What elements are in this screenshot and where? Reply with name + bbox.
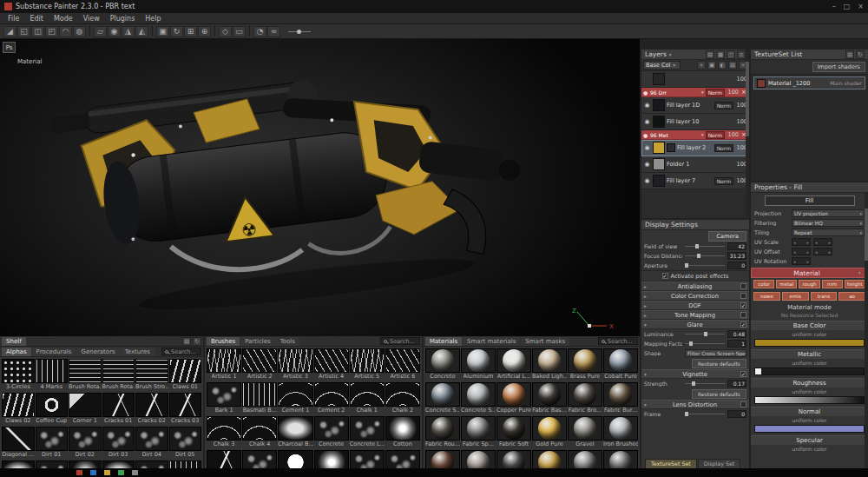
- material-item[interactable]: Brass Pure: [568, 348, 602, 381]
- slider-knob[interactable]: [695, 244, 699, 248]
- taskbar-app-icon[interactable]: [90, 470, 96, 475]
- alpha-item[interactable]: Cracks 03: [169, 393, 202, 426]
- shape-dropdown[interactable]: Filter Cross Screen Spectral▾: [685, 349, 746, 357]
- stepper-left-icon[interactable]: ◂: [815, 240, 818, 245]
- brush-item[interactable]: Default Ha...: [278, 450, 312, 468]
- material-item[interactable]: Concrete: [425, 348, 460, 381]
- post-effects-checkbox[interactable]: [662, 273, 668, 279]
- material-item[interactable]: Fabric Bro...: [568, 382, 602, 415]
- brush-item[interactable]: Artistic 4: [314, 348, 349, 381]
- slider-knob[interactable]: [685, 263, 688, 268]
- material-item[interactable]: Fabric Soft: [496, 416, 531, 449]
- alpha-item[interactable]: [135, 460, 168, 468]
- layer-mask-row[interactable]: ●96 Drr▾Norm100×: [641, 88, 749, 97]
- camera-pan-icon[interactable]: ⊞: [184, 26, 197, 37]
- uv-rotation-field[interactable]: ◂▸: [792, 257, 811, 265]
- fill-button[interactable]: Fill: [765, 195, 855, 206]
- material-item[interactable]: [532, 450, 567, 468]
- alpha-item[interactable]: Claws 02: [2, 393, 35, 426]
- restore-defaults-button[interactable]: Restore defaults: [692, 359, 746, 368]
- alpha-item[interactable]: Dirt 02: [69, 427, 102, 460]
- alpha-item[interactable]: [69, 460, 102, 468]
- brush-item[interactable]: Concrete: [314, 416, 349, 449]
- channel-button-metal[interactable]: metal: [776, 280, 797, 288]
- material-item[interactable]: Concrete S...: [461, 382, 496, 415]
- property-section-specular[interactable]: Specular: [751, 435, 868, 445]
- taskbar-app-icon[interactable]: [76, 470, 82, 475]
- dock-tab-display-set[interactable]: Display Set: [698, 459, 741, 468]
- view-solo-icon[interactable]: ▣: [156, 26, 169, 37]
- taskbar-app-icon[interactable]: [104, 470, 110, 475]
- channel-button-nowe[interactable]: nowe: [753, 292, 780, 301]
- setting-value[interactable]: 0: [727, 410, 746, 418]
- properties-scrollbar[interactable]: [865, 193, 868, 468]
- stepper-left-icon[interactable]: ◂: [793, 249, 796, 255]
- brush-item[interactable]: Artistic 3: [278, 348, 312, 381]
- channel-button-nrm[interactable]: nrm: [822, 280, 843, 288]
- slider[interactable]: [685, 343, 725, 344]
- material-item[interactable]: [496, 450, 531, 468]
- stepper-right-icon[interactable]: ▸: [828, 249, 831, 255]
- property-section-base-color[interactable]: Base Color: [751, 321, 868, 330]
- shelf-tab-textures[interactable]: Textures: [121, 348, 155, 356]
- shelf-tab-procedurals[interactable]: Procedurals: [32, 348, 76, 356]
- polygon-fill-tool[interactable]: ◰: [45, 26, 58, 37]
- shelf-tab-alphas[interactable]: Alphas: [2, 348, 31, 356]
- stepper-right-icon[interactable]: ▸: [806, 240, 809, 245]
- brush-item[interactable]: Crystal: [242, 450, 277, 468]
- materials-search-input[interactable]: Search...: [598, 337, 638, 345]
- toolbar-size-slider[interactable]: [288, 31, 311, 32]
- layer-row[interactable]: ◉Fill layer 1DNorm100: [641, 97, 749, 114]
- smudge-tool[interactable]: ◠: [59, 26, 72, 37]
- stepper-left-icon[interactable]: ◂: [815, 249, 818, 255]
- alpha-item[interactable]: Claws 01: [169, 359, 202, 392]
- material-item[interactable]: Artificial L...: [496, 348, 531, 381]
- brush-item[interactable]: Cement 1: [278, 382, 312, 415]
- visibility-eye-icon[interactable]: ◉: [643, 118, 651, 125]
- layer-action-icon[interactable]: ▣: [707, 61, 716, 70]
- brush-item[interactable]: Concrete L...: [350, 416, 385, 449]
- slider-knob[interactable]: [697, 254, 700, 258]
- chevron-down-icon[interactable]: ▾: [669, 52, 674, 57]
- section-checkbox[interactable]: [740, 321, 746, 328]
- blend-mode-chip[interactable]: Norm: [714, 144, 733, 152]
- brush-item[interactable]: Basmati B...: [242, 382, 277, 415]
- setting-value[interactable]: 31.23: [727, 252, 746, 260]
- brush-item[interactable]: Dirt 2: [385, 450, 420, 468]
- section-tone-mapping[interactable]: ▸Tone Mapping: [641, 310, 749, 320]
- axis-gizmo[interactable]: Z X: [570, 305, 617, 331]
- material-item[interactable]: Concrete S...: [425, 382, 460, 415]
- stepper-right-icon[interactable]: ▸: [828, 240, 831, 245]
- setting-value[interactable]: 42: [727, 242, 746, 250]
- camera-tab[interactable]: Camera: [708, 231, 746, 242]
- normal-swatch[interactable]: [754, 425, 865, 433]
- refresh-icon[interactable]: ↻: [193, 337, 201, 346]
- close-button[interactable]: ×: [858, 3, 864, 10]
- setting-value[interactable]: 0.17: [727, 380, 746, 388]
- material-item[interactable]: Fabric Sp...: [461, 416, 496, 449]
- section-checkbox[interactable]: [740, 293, 746, 299]
- shelf-tab-generators[interactable]: Generators: [76, 348, 119, 356]
- import-shaders-button[interactable]: Import shaders: [812, 62, 865, 72]
- alpha-item[interactable]: Diagonal ...: [2, 427, 35, 460]
- alpha-item[interactable]: Brush Stro...: [135, 359, 168, 392]
- menu-item-mode[interactable]: Mode: [49, 14, 77, 23]
- shelf-search-input[interactable]: Search...: [161, 348, 201, 355]
- setting-value[interactable]: 0: [727, 262, 746, 269]
- visibility-eye-icon[interactable]: ◉: [643, 144, 651, 151]
- layers-header-icon[interactable]: ▤: [706, 50, 714, 59]
- material-picker-tool[interactable]: ◉: [108, 26, 121, 37]
- uv-offset-field[interactable]: ◂▸: [813, 248, 832, 255]
- layer-row[interactable]: ◉Fill layer 10100: [641, 114, 749, 130]
- slider[interactable]: [685, 383, 725, 384]
- roughness-swatch[interactable]: [754, 396, 865, 404]
- material-item[interactable]: Copper Pure: [496, 382, 531, 415]
- slider[interactable]: [685, 414, 725, 414]
- layers-header-icon[interactable]: ≡: [737, 50, 746, 59]
- channel-button-emis[interactable]: emis: [782, 292, 809, 301]
- blend-mode-chip[interactable]: Norm: [706, 89, 725, 96]
- section-glare[interactable]: ▾Glare: [641, 320, 749, 329]
- alpha-item[interactable]: Cracks 02: [135, 393, 168, 426]
- section-checkbox[interactable]: [740, 283, 746, 289]
- material-item[interactable]: [603, 450, 638, 468]
